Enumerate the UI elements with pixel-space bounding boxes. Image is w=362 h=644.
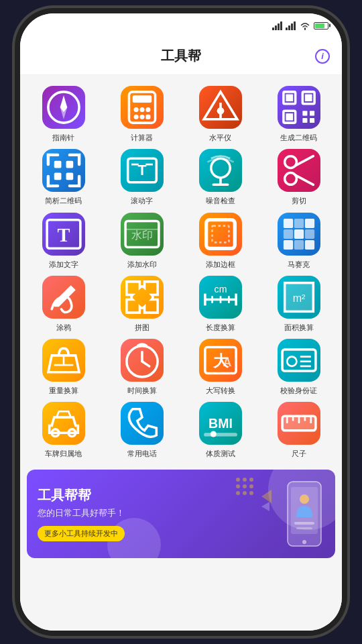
tool-item-area[interactable]: m²面积换算	[262, 276, 335, 332]
svg-rect-0	[272, 28, 274, 30]
tool-item-calculator[interactable]: 计算器	[105, 86, 178, 142]
svg-rect-35	[54, 173, 61, 180]
svg-rect-56	[294, 229, 303, 238]
tool-item-puzzle[interactable]: 拼图	[105, 276, 178, 332]
tool-item-compass[interactable]: 指南针	[27, 86, 100, 142]
status-bar	[20, 13, 342, 38]
tool-item-uppercase[interactable]: 大A大写转换	[184, 339, 257, 395]
tool-item-time[interactable]: 时间换算	[105, 339, 178, 395]
tool-item-cut[interactable]: 剪切	[262, 149, 335, 205]
tool-label-plate: 车牌归属地	[45, 449, 82, 458]
svg-point-99	[249, 484, 253, 488]
banner-text-block: 工具帮帮 您的日常工具好帮手！ 更多小工具持续开发中	[38, 486, 125, 541]
tool-icon-qrcode-gen	[278, 86, 320, 129]
tool-label-add-border: 添加边框	[206, 260, 235, 269]
tool-label-ruler: 尺子	[292, 449, 306, 458]
tool-item-level[interactable]: 水平仪	[184, 86, 257, 142]
tool-icon-watermark: 水印	[121, 213, 164, 256]
svg-text:T: T	[137, 162, 146, 178]
tool-icon-puzzle	[121, 276, 164, 319]
tool-label-compass: 指南针	[52, 133, 74, 142]
tool-label-bmi: 体质测试	[206, 449, 235, 458]
banner-phone-illustration	[284, 480, 324, 547]
tool-label-length: 长度换算	[206, 323, 235, 332]
banner-button[interactable]: 更多小工具持续开发中	[38, 526, 125, 541]
svg-marker-104	[261, 502, 269, 511]
tool-item-watermark[interactable]: 水印添加水印	[105, 213, 178, 269]
svg-rect-2	[278, 23, 280, 30]
tool-label-calculator: 计算器	[131, 133, 153, 142]
tool-label-uppercase: 大写转换	[206, 386, 235, 395]
tool-item-ruler[interactable]: 尺子	[262, 402, 335, 458]
tool-icon-scroll-text: T	[121, 149, 164, 192]
tool-icon-phone	[121, 402, 164, 445]
svg-rect-3	[280, 21, 282, 30]
page-title: 工具帮	[161, 47, 201, 65]
svg-rect-110	[296, 527, 312, 529]
svg-rect-109	[294, 522, 314, 525]
svg-line-74	[142, 362, 149, 366]
tool-label-area: 面积换算	[284, 323, 314, 332]
svg-rect-24	[286, 94, 293, 101]
tools-grid: 指南针计算器水平仪生成二维码简析二维码T滚动字噪音检查剪切T添加文字水印添加水印…	[27, 86, 335, 459]
svg-text:BMI: BMI	[208, 417, 233, 431]
tool-item-qrcode-scan[interactable]: 简析二维码	[27, 149, 100, 205]
tool-label-puzzle: 拼图	[135, 323, 149, 332]
svg-rect-58	[283, 239, 292, 249]
svg-point-11	[61, 105, 66, 109]
banner-title: 工具帮帮	[38, 486, 125, 504]
svg-rect-28	[286, 113, 293, 121]
svg-point-107	[302, 540, 306, 544]
header: 工具帮 i	[20, 38, 342, 75]
svg-rect-26	[304, 94, 312, 101]
tool-icon-ruler	[278, 402, 320, 445]
svg-rect-54	[304, 218, 314, 227]
svg-point-96	[249, 478, 253, 482]
svg-rect-29	[302, 111, 307, 115]
tool-icon-time	[121, 339, 164, 382]
tool-label-qrcode-gen: 生成二维码	[280, 133, 317, 142]
tool-icon-add-border	[199, 213, 242, 256]
tool-item-qrcode-gen[interactable]: 生成二维码	[262, 86, 335, 142]
tool-item-scroll-text[interactable]: T滚动字	[105, 149, 178, 205]
tool-item-doodle[interactable]: 涂鸦	[27, 276, 100, 332]
tool-label-mosaic: 马赛克	[288, 260, 310, 269]
banner-decoration	[235, 476, 275, 517]
tool-item-weight[interactable]: 重量换算	[27, 339, 100, 395]
svg-point-97	[236, 484, 240, 488]
svg-rect-57	[304, 229, 314, 238]
banner[interactable]: 工具帮帮 您的日常工具好帮手！ 更多小工具持续开发中	[27, 470, 335, 558]
svg-point-79	[287, 357, 296, 366]
content-area: 指南针计算器水平仪生成二维码简析二维码T滚动字噪音检查剪切T添加文字水印添加水印…	[20, 75, 342, 631]
tool-item-bmi[interactable]: BMI体质测试	[184, 402, 257, 458]
tool-item-plate[interactable]: 车牌归属地	[27, 402, 100, 458]
svg-point-94	[236, 478, 240, 482]
svg-rect-7	[294, 21, 296, 30]
tool-item-mosaic[interactable]: 马赛克	[262, 213, 335, 269]
tool-item-add-text[interactable]: T添加文字	[27, 213, 100, 269]
svg-rect-30	[310, 111, 314, 115]
tool-item-add-border[interactable]: 添加边框	[184, 213, 257, 269]
tool-label-scroll-text: 滚动字	[131, 196, 153, 205]
svg-rect-31	[302, 118, 307, 123]
tool-item-id-verify[interactable]: 校验身份证	[262, 339, 335, 395]
tool-item-phone[interactable]: 常用电话	[105, 402, 178, 458]
banner-subtitle: 您的日常工具好帮手！	[38, 507, 125, 519]
tool-icon-length: cm	[199, 276, 242, 319]
svg-line-45	[295, 175, 313, 184]
svg-point-102	[249, 491, 253, 495]
svg-rect-53	[294, 218, 303, 227]
tool-icon-plate	[42, 402, 85, 445]
tool-label-noise-check: 噪音检查	[206, 196, 235, 205]
tool-icon-add-text: T	[42, 213, 85, 256]
tool-item-length[interactable]: cm长度换算	[184, 276, 257, 332]
signal-icon	[272, 21, 283, 30]
svg-point-98	[243, 484, 247, 488]
info-button[interactable]: i	[315, 49, 330, 64]
svg-text:cm: cm	[214, 284, 227, 294]
svg-text:水印: 水印	[131, 229, 153, 241]
svg-point-15	[139, 107, 144, 112]
tool-item-noise-check[interactable]: 噪音检查	[184, 149, 257, 205]
tool-label-phone: 常用电话	[127, 449, 157, 458]
tool-icon-weight	[42, 339, 85, 382]
